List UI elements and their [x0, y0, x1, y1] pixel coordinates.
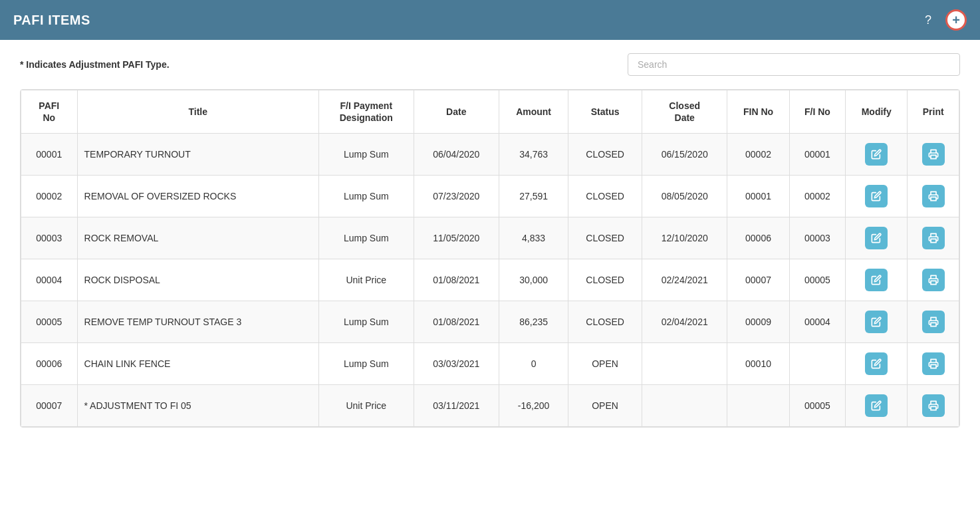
- help-button[interactable]: ?: [918, 9, 939, 31]
- cell-pafi-no: 00004: [21, 259, 78, 301]
- page-title: PAFI ITEMS: [13, 13, 90, 28]
- modify-button[interactable]: [865, 311, 888, 333]
- cell-closed-date: [642, 385, 727, 427]
- cell-closed-date: 02/04/2021: [642, 301, 727, 343]
- cell-amount: 34,763: [499, 134, 568, 176]
- modify-button[interactable]: [865, 394, 888, 417]
- cell-fin-no: 00009: [727, 301, 789, 343]
- cell-date: 01/08/2021: [414, 301, 499, 343]
- cell-title: REMOVAL OF OVERSIZED ROCKS: [77, 176, 318, 217]
- header: PAFI ITEMS ? +: [0, 0, 980, 40]
- cell-modify: [846, 259, 908, 301]
- col-status: Status: [568, 90, 642, 134]
- print-button[interactable]: [922, 311, 945, 333]
- cell-closed-date: 06/15/2020: [642, 134, 727, 176]
- modify-button[interactable]: [865, 185, 888, 207]
- print-button[interactable]: [922, 143, 945, 166]
- cell-fin-no: 00002: [727, 134, 789, 176]
- cell-status: CLOSED: [568, 217, 642, 259]
- cell-modify: [846, 301, 908, 343]
- cell-title: TEMPORARY TURNOUT: [77, 134, 318, 176]
- cell-pafi-no: 00001: [21, 134, 78, 176]
- svg-rect-0: [931, 156, 936, 159]
- cell-title: ROCK DISPOSAL: [77, 259, 318, 301]
- cell-print: [908, 176, 959, 217]
- cell-print: [908, 385, 959, 427]
- svg-rect-3: [931, 281, 936, 285]
- print-button[interactable]: [922, 227, 945, 249]
- cell-date: 03/03/2021: [414, 343, 499, 385]
- top-bar: * Indicates Adjustment PAFI Type.: [20, 53, 960, 76]
- svg-rect-1: [931, 197, 936, 201]
- cell-fi-payment: Lump Sum: [318, 217, 414, 259]
- cell-pafi-no: 00002: [21, 176, 78, 217]
- search-input[interactable]: [628, 53, 960, 76]
- cell-fi-no: 00004: [789, 301, 846, 343]
- cell-closed-date: 08/05/2020: [642, 176, 727, 217]
- help-icon: ?: [925, 13, 931, 27]
- print-button[interactable]: [922, 185, 945, 207]
- col-pafi-no: PAFINo: [21, 90, 78, 134]
- header-actions: ? +: [918, 9, 967, 31]
- svg-rect-2: [931, 239, 936, 243]
- content-area: * Indicates Adjustment PAFI Type. PAFINo…: [0, 40, 980, 441]
- cell-fi-no: 00003: [789, 217, 846, 259]
- cell-fi-payment: Unit Price: [318, 259, 414, 301]
- cell-title: * ADJUSTMENT TO FI 05: [77, 385, 318, 427]
- cell-modify: [846, 217, 908, 259]
- col-fi-payment: F/I PaymentDesignation: [318, 90, 414, 134]
- table-row: 00005 REMOVE TEMP TURNOUT STAGE 3 Lump S…: [21, 301, 959, 343]
- table-row: 00004 ROCK DISPOSAL Unit Price 01/08/202…: [21, 259, 959, 301]
- cell-fin-no: 00001: [727, 176, 789, 217]
- search-container: [628, 53, 960, 76]
- col-amount: Amount: [499, 90, 568, 134]
- table-row: 00002 REMOVAL OF OVERSIZED ROCKS Lump Su…: [21, 176, 959, 217]
- cell-closed-date: [642, 343, 727, 385]
- cell-modify: [846, 134, 908, 176]
- print-button[interactable]: [922, 269, 945, 291]
- svg-rect-5: [931, 365, 936, 368]
- modify-button[interactable]: [865, 352, 888, 375]
- pafi-table: PAFINo Title F/I PaymentDesignation Date…: [21, 90, 959, 427]
- col-closed-date: ClosedDate: [642, 90, 727, 134]
- cell-amount: 0: [499, 343, 568, 385]
- cell-title: REMOVE TEMP TURNOUT STAGE 3: [77, 301, 318, 343]
- cell-modify: [846, 176, 908, 217]
- cell-amount: 27,591: [499, 176, 568, 217]
- table-row: 00006 CHAIN LINK FENCE Lump Sum 03/03/20…: [21, 343, 959, 385]
- svg-rect-6: [931, 407, 936, 410]
- cell-fi-payment: Lump Sum: [318, 343, 414, 385]
- col-title: Title: [77, 90, 318, 134]
- modify-button[interactable]: [865, 269, 888, 291]
- cell-fi-payment: Unit Price: [318, 385, 414, 427]
- cell-status: OPEN: [568, 343, 642, 385]
- cell-print: [908, 259, 959, 301]
- svg-rect-4: [931, 323, 936, 327]
- cell-closed-date: 02/24/2021: [642, 259, 727, 301]
- cell-fi-payment: Lump Sum: [318, 301, 414, 343]
- table-row: 00001 TEMPORARY TURNOUT Lump Sum 06/04/2…: [21, 134, 959, 176]
- add-pafi-button[interactable]: +: [945, 9, 967, 31]
- table-container: PAFINo Title F/I PaymentDesignation Date…: [20, 89, 960, 428]
- cell-print: [908, 343, 959, 385]
- cell-print: [908, 301, 959, 343]
- col-fin-no: FIN No: [727, 90, 789, 134]
- cell-status: CLOSED: [568, 301, 642, 343]
- cell-fi-no: 00005: [789, 385, 846, 427]
- cell-amount: 30,000: [499, 259, 568, 301]
- table-row: 00003 ROCK REMOVAL Lump Sum 11/05/2020 4…: [21, 217, 959, 259]
- cell-status: CLOSED: [568, 134, 642, 176]
- print-button[interactable]: [922, 352, 945, 375]
- cell-closed-date: 12/10/2020: [642, 217, 727, 259]
- print-button[interactable]: [922, 394, 945, 417]
- table-row: 00007 * ADJUSTMENT TO FI 05 Unit Price 0…: [21, 385, 959, 427]
- modify-button[interactable]: [865, 227, 888, 249]
- cell-fin-no: 00010: [727, 343, 789, 385]
- col-print: Print: [908, 90, 959, 134]
- cell-amount: -16,200: [499, 385, 568, 427]
- modify-button[interactable]: [865, 143, 888, 166]
- col-modify: Modify: [846, 90, 908, 134]
- cell-pafi-no: 00005: [21, 301, 78, 343]
- cell-fi-no: [789, 343, 846, 385]
- col-date: Date: [414, 90, 499, 134]
